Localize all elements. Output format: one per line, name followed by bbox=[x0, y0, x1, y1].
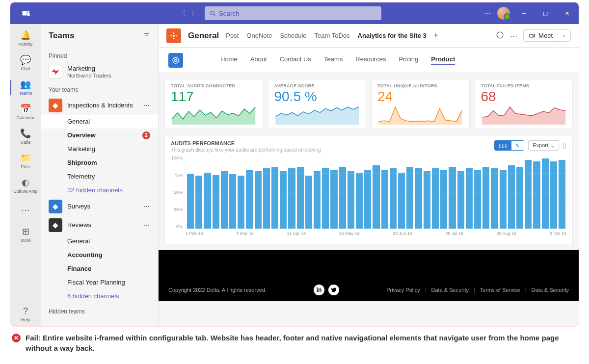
footer-link[interactable]: Data & Security bbox=[532, 287, 569, 293]
x-tick: 20 Jun 16 bbox=[393, 231, 412, 236]
team-row[interactable]: ◆Surveys⋯ bbox=[41, 197, 158, 216]
linkedin-icon[interactable]: in bbox=[314, 285, 324, 295]
bar bbox=[457, 171, 464, 228]
site-nav-about[interactable]: About bbox=[250, 55, 267, 65]
meet-label: Meet bbox=[538, 32, 553, 39]
search-input[interactable]: Search bbox=[205, 6, 381, 20]
bar bbox=[229, 174, 236, 228]
channel-item[interactable]: General bbox=[41, 234, 158, 248]
close-button[interactable]: ✕ bbox=[559, 6, 575, 20]
bar bbox=[390, 168, 397, 228]
team-row[interactable]: ◆Inspections & Incidents⋯ bbox=[41, 96, 158, 115]
bar bbox=[221, 171, 228, 228]
y-tick: 100% bbox=[171, 156, 183, 160]
stat-card: AVERAGE SCORE90.5 % bbox=[268, 79, 367, 129]
channel-item[interactable]: Accounting bbox=[41, 248, 158, 262]
bar bbox=[559, 160, 565, 229]
rail-icon: 💬 bbox=[20, 54, 31, 65]
channel-item[interactable]: General bbox=[41, 115, 158, 129]
footer-link[interactable]: Data & Security bbox=[431, 287, 469, 293]
rail-item-activity[interactable]: 🔔Activity bbox=[10, 26, 41, 51]
stat-label: TOTAL AUDITS CONDUCTED bbox=[171, 83, 257, 88]
y-tick: 0% bbox=[171, 224, 183, 229]
bar-view-icon[interactable]: ▯▯▯ bbox=[495, 141, 511, 150]
rail-item-teams[interactable]: 👥Teams bbox=[10, 75, 41, 100]
rail-item-files[interactable]: 📁Files bbox=[10, 149, 41, 173]
svg-rect-14 bbox=[530, 34, 533, 37]
rail-label: Files bbox=[21, 164, 30, 169]
team-row[interactable]: ◆Reviews⋯ bbox=[41, 216, 158, 234]
line-view-icon[interactable]: ∿ bbox=[511, 141, 524, 150]
tab-active[interactable]: Analytics for the Site 3 bbox=[358, 32, 427, 39]
minimize-button[interactable]: ─ bbox=[516, 6, 532, 20]
sparkline bbox=[377, 105, 463, 125]
site-nav-home[interactable]: Home bbox=[220, 55, 238, 65]
bar bbox=[424, 171, 430, 228]
team-more-icon[interactable]: ⋯ bbox=[143, 102, 150, 109]
add-tab-button[interactable]: + bbox=[433, 30, 439, 41]
team-more-icon[interactable]: ⋯ bbox=[143, 203, 150, 210]
site-nav: HomeAboutContact UsTeamsResourcesPricing… bbox=[159, 48, 579, 73]
site-nav-resources[interactable]: Resources bbox=[355, 55, 386, 65]
rail-item-calendar[interactable]: 📅Calendar bbox=[10, 100, 41, 124]
nav-back-icon[interactable]: 〈 bbox=[179, 9, 186, 18]
site-nav-contact-us[interactable]: Contact Us bbox=[280, 55, 311, 65]
tab-schedule[interactable]: Schedule bbox=[280, 32, 306, 39]
meet-button[interactable]: Meet bbox=[523, 29, 558, 42]
svg-point-11 bbox=[173, 38, 175, 39]
bar bbox=[432, 168, 439, 228]
channel-item[interactable]: Shiproom bbox=[41, 156, 158, 170]
rail-label: Chat bbox=[21, 66, 30, 71]
hidden-teams-label: Hidden teams bbox=[41, 303, 158, 318]
svg-point-9 bbox=[173, 32, 175, 34]
stat-value: 68 bbox=[481, 88, 567, 105]
channel-icon bbox=[166, 28, 181, 43]
search-placeholder: Search bbox=[219, 10, 239, 17]
channel-item[interactable]: Finance bbox=[41, 262, 158, 276]
bookmark-icon[interactable]: ▯ bbox=[563, 142, 566, 149]
filter-icon[interactable] bbox=[143, 32, 150, 40]
rail-item-store[interactable]: ⊞Store bbox=[10, 222, 41, 247]
footer-link[interactable]: Terms of Service bbox=[480, 287, 520, 293]
user-avatar[interactable] bbox=[497, 7, 510, 20]
maximize-button[interactable]: ▢ bbox=[537, 6, 553, 20]
svg-point-12 bbox=[170, 35, 172, 36]
more-icon[interactable]: ⋯ bbox=[510, 31, 517, 40]
channel-item[interactable]: Overview2 bbox=[41, 129, 158, 142]
site-nav-pricing[interactable]: Pricing bbox=[399, 55, 418, 65]
twitter-icon[interactable] bbox=[328, 285, 339, 295]
site-nav-teams[interactable]: Teams bbox=[324, 55, 343, 65]
x-tick: 3 Oct 16 bbox=[550, 231, 566, 236]
footer-link[interactable]: Privacy Policy bbox=[386, 287, 420, 293]
tab-post[interactable]: Post bbox=[226, 32, 239, 39]
title-more-icon[interactable]: ⋯ bbox=[484, 9, 491, 17]
channel-item[interactable]: Fiscal Year Planning bbox=[41, 276, 158, 289]
tab-team-todos[interactable]: Team ToDos bbox=[315, 32, 350, 39]
rail-item-chat[interactable]: 💬Chat bbox=[10, 51, 41, 75]
app-rail: 🔔Activity💬Chat👥Teams📅Calendar📞Calls📁File… bbox=[10, 24, 41, 326]
svg-point-8 bbox=[173, 35, 175, 37]
chat-icon[interactable] bbox=[496, 31, 504, 41]
bar bbox=[271, 167, 278, 228]
channel-item[interactable]: Telemetry bbox=[41, 170, 158, 183]
nav-forward-icon[interactable]: 〉 bbox=[191, 9, 198, 18]
help-icon: ? bbox=[23, 306, 28, 316]
bar bbox=[482, 167, 489, 228]
channel-item[interactable]: 32 hidden channels bbox=[41, 183, 158, 197]
rail-item-help[interactable]: ?Help bbox=[10, 302, 41, 326]
pinned-team[interactable]: Marketing Northwind Traders bbox=[41, 62, 158, 81]
rail-item-culture-amp[interactable]: ◐Culture Amp bbox=[10, 173, 41, 198]
meet-caret[interactable]: ⌄ bbox=[558, 29, 571, 42]
site-nav-product[interactable]: Product bbox=[431, 55, 455, 65]
team-more-icon[interactable]: ⋯ bbox=[143, 221, 150, 229]
tab-onenote[interactable]: OneNote bbox=[246, 32, 272, 39]
export-button[interactable]: Export ⌄ bbox=[528, 140, 559, 151]
rail-item-calls[interactable]: 📞Calls bbox=[10, 124, 41, 149]
chart-type-toggle[interactable]: ▯▯▯ ∿ bbox=[494, 140, 524, 151]
rail-item-more[interactable]: ⋯ bbox=[10, 198, 41, 222]
channel-item[interactable]: 6 hidden channels bbox=[41, 289, 158, 303]
bar bbox=[525, 160, 532, 229]
site-footer: Copyright 2022 Delta. All rights reserve… bbox=[159, 250, 579, 301]
channel-item[interactable]: Marketing bbox=[41, 142, 158, 156]
svg-point-16 bbox=[175, 59, 177, 61]
